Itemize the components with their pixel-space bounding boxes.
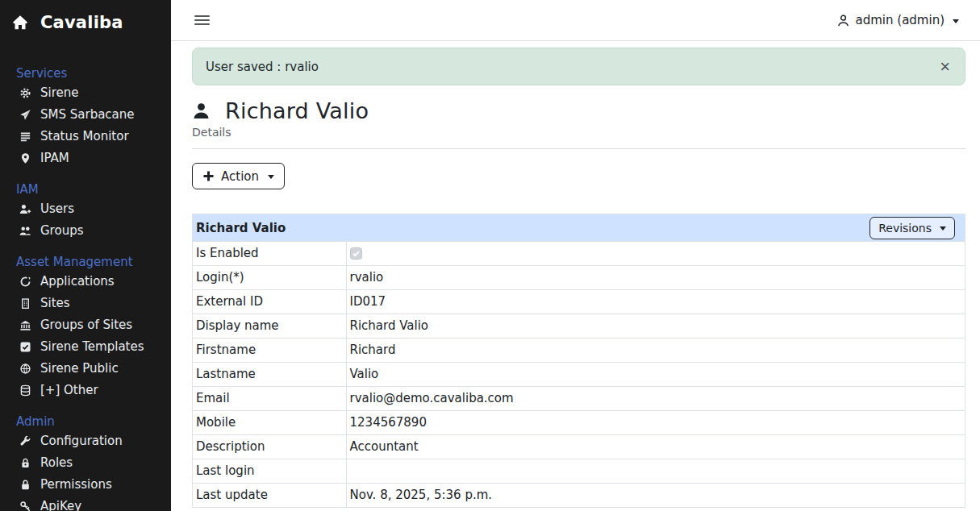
sidebar-item-sites[interactable]: Sites [0, 293, 171, 314]
chevron-down-icon [268, 175, 274, 179]
table-row: Last login [193, 459, 965, 484]
user-detail-table: Is Enabled Login(*) rvalio External ID [193, 241, 965, 508]
plus-icon [202, 170, 215, 182]
sidebar-item-label: [+] Other [40, 384, 98, 397]
sidebar-item-groups-of-sites[interactable]: Groups of Sites [0, 314, 171, 336]
field-value: Nov. 8, 2025, 5:36 p.m. [346, 484, 965, 508]
sidebar-section-admin: Admin [0, 414, 171, 429]
field-label: Firstname [193, 339, 346, 363]
sidebar-item-configuration[interactable]: Configuration [0, 430, 171, 452]
user-detail-card: Richard Valio Revisions Is Enabled [192, 214, 965, 508]
table-row: Login(*) rvalio [193, 266, 965, 290]
table-row: Lastname Valio [193, 363, 965, 387]
field-label: Is Enabled [193, 242, 346, 266]
database-icon [19, 384, 31, 397]
sidebar-item-label: Status Monitor [40, 130, 129, 143]
table-row: Last update Nov. 8, 2025, 5:36 p.m. [193, 484, 965, 508]
sidebar-item-label: IPAM [40, 152, 69, 165]
sidebar-item-roles[interactable]: Roles [0, 452, 171, 474]
hamburger-menu-icon[interactable] [194, 14, 210, 27]
sidebar-item-sms-sarbacane[interactable]: SMS Sarbacane [0, 104, 171, 126]
table-row: Display name Richard Valio [193, 314, 965, 339]
field-label: Description [193, 435, 346, 459]
field-label: Mobile [193, 411, 346, 435]
revisions-button[interactable]: Revisions [869, 217, 955, 239]
table-row: External ID ID017 [193, 290, 965, 314]
table-row: Email rvalio@demo.cavaliba.com [193, 387, 965, 411]
page-subtitle: Details [192, 126, 965, 139]
sidebar-item-label: Groups of Sites [40, 318, 132, 332]
sidebar-item-label: SMS Sarbacane [40, 108, 135, 122]
sidebar-item-applications[interactable]: Applications [0, 271, 171, 293]
globe-icon [19, 363, 31, 375]
home-icon [11, 14, 29, 31]
field-label: Last login [193, 459, 346, 484]
field-label: Email [193, 387, 346, 411]
sidebar-item-label: Sirene Templates [40, 340, 144, 354]
lock-icon [19, 479, 31, 491]
is-enabled-checkbox [350, 247, 362, 260]
field-label: Last update [193, 484, 346, 508]
action-button[interactable]: Action [192, 163, 285, 189]
wrench-icon [19, 435, 31, 447]
brand-name: Cavaliba [40, 13, 123, 32]
building-icon [19, 297, 31, 310]
top-navbar: admin (admin) [171, 0, 980, 41]
circle-rotate-icon [19, 276, 31, 288]
alert-message: User saved : rvalio [206, 60, 319, 74]
card-title: Richard Valio [196, 221, 286, 235]
brand[interactable]: Cavaliba [0, 0, 171, 42]
sidebar-item-label: Permissions [40, 478, 112, 492]
sidebar-item-sirene-templates[interactable]: Sirene Templates [0, 336, 171, 358]
sidebar-item-label: Roles [40, 456, 73, 470]
field-label: Login(*) [193, 266, 346, 290]
bank-icon [19, 319, 31, 331]
field-label: External ID [193, 290, 346, 314]
sidebar-item-ipam[interactable]: IPAM [0, 147, 171, 169]
field-value [346, 242, 965, 266]
sidebar-item-label: Groups [40, 224, 83, 238]
user-menu[interactable]: admin (admin) [836, 13, 959, 27]
sidebar-section-asset-management: Asset Management [0, 255, 171, 269]
table-row: Description Accountant [193, 435, 965, 459]
sidebar-item-sirene[interactable]: Sirene [0, 82, 171, 104]
field-value: Accountant [346, 435, 965, 459]
sidebar-item-sirene-public[interactable]: Sirene Public [0, 358, 171, 380]
sidebar-item-permissions[interactable]: Permissions [0, 474, 171, 496]
user-menu-label: admin (admin) [856, 13, 945, 27]
sidebar: Cavaliba Services Sirene SMS Sarbacane S… [0, 0, 171, 511]
main-column: admin (admin) User saved : rvalio × Rich… [171, 0, 980, 511]
sidebar-item-users[interactable]: Users [0, 198, 171, 220]
sidebar-section-iam: IAM [0, 182, 171, 197]
revisions-button-label: Revisions [878, 222, 932, 235]
table-row: Firstname Richard [193, 339, 965, 363]
user-role-icon [19, 457, 31, 469]
page-header: Richard Valio [192, 98, 965, 123]
divider [192, 148, 965, 149]
page-title: Richard Valio [225, 98, 369, 123]
chevron-down-icon [940, 226, 946, 231]
sidebar-item-label: Sirene [40, 86, 79, 100]
field-value: rvalio@demo.cavaliba.com [346, 387, 965, 411]
sidebar-section-services: Services [0, 66, 171, 81]
sidebar-item-other[interactable]: [+] Other [0, 380, 171, 401]
user-plus-icon [19, 203, 31, 215]
field-value: ID017 [346, 290, 965, 314]
sidebar-item-label: ApiKey [40, 500, 81, 511]
sidebar-item-groups[interactable]: Groups [0, 220, 171, 242]
field-label: Display name [193, 314, 346, 339]
person-icon [192, 102, 211, 120]
sidebar-item-label: Sirene Public [40, 362, 119, 376]
map-pin-icon [19, 152, 31, 164]
sidebar-item-status-monitor[interactable]: Status Monitor [0, 126, 171, 147]
sidebar-item-apikey[interactable]: ApiKey [0, 496, 171, 511]
field-value: 1234567890 [346, 411, 965, 435]
content: User saved : rvalio × Richard Valio Deta… [171, 41, 980, 511]
sidebar-item-label: Applications [40, 275, 115, 289]
table-row: Is Enabled [193, 242, 965, 266]
user-icon [836, 14, 850, 27]
field-value: rvalio [346, 266, 965, 290]
card-header: Richard Valio Revisions [193, 214, 965, 241]
close-icon[interactable]: × [938, 60, 952, 73]
key-icon [19, 501, 31, 511]
